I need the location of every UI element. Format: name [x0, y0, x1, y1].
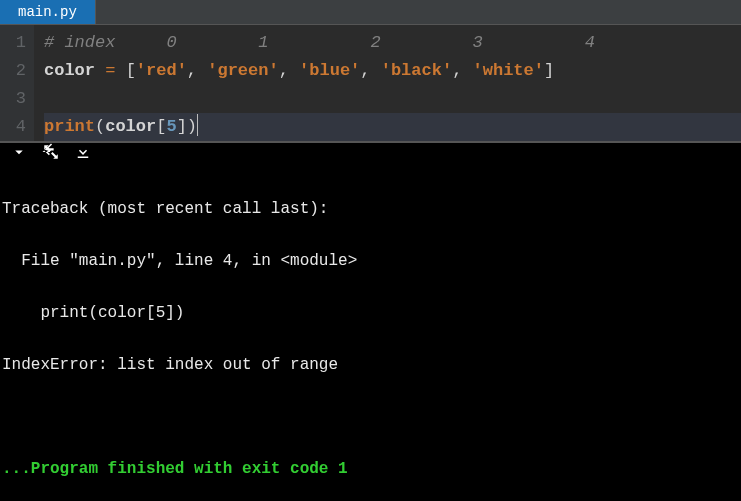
download-icon[interactable]: [74, 143, 92, 166]
line-number: 3: [0, 85, 26, 113]
line-number: 4: [0, 113, 26, 141]
code-line-4: print(color[5]): [44, 113, 741, 141]
tab-label: main.py: [18, 4, 77, 20]
code-line-2: color = ['red', 'green', 'blue', 'black'…: [44, 57, 741, 85]
console-toolbar: [0, 141, 741, 166]
code-line-1: # index 0 1 2 3 4: [44, 29, 741, 57]
console-line: IndexError: list index out of range: [2, 352, 739, 378]
code-editor[interactable]: 1 2 3 4 # index 0 1 2 3 4 color = ['red'…: [0, 25, 741, 141]
console-line: File "main.py", line 4, in <module>: [2, 248, 739, 274]
code-area[interactable]: # index 0 1 2 3 4 color = ['red', 'green…: [34, 25, 741, 141]
console-line: ...Program finished with exit code 1: [2, 456, 739, 482]
code-line-3: [44, 85, 741, 113]
console-output[interactable]: Traceback (most recent call last): File …: [0, 166, 741, 501]
console-line: Traceback (most recent call last):: [2, 196, 739, 222]
line-number: 2: [0, 57, 26, 85]
editor-cursor: [197, 114, 198, 136]
tab-bar: main.py: [0, 0, 741, 25]
line-number: 1: [0, 29, 26, 57]
expand-icon[interactable]: [42, 143, 60, 166]
file-tab[interactable]: main.py: [0, 0, 96, 24]
console-line: print(color[5]): [2, 300, 739, 326]
collapse-icon[interactable]: [10, 143, 28, 166]
line-gutter: 1 2 3 4: [0, 25, 34, 141]
